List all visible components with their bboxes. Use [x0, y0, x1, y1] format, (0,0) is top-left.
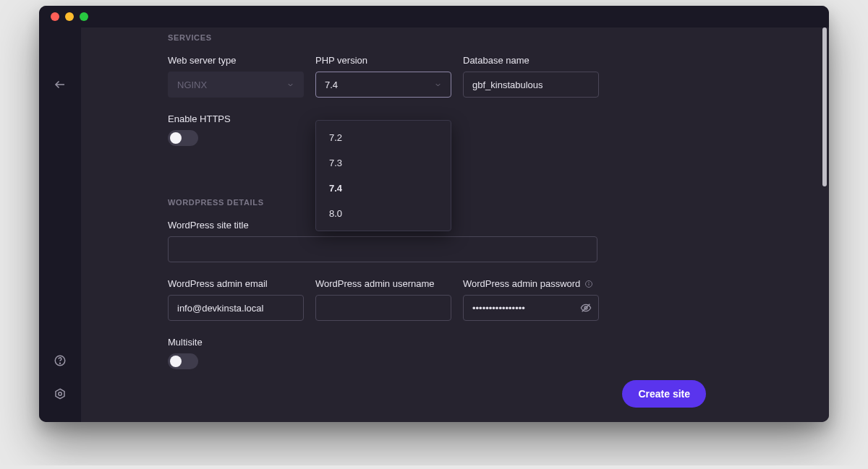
php-version-option[interactable]: 7.3 — [316, 150, 451, 176]
svg-point-2 — [60, 363, 61, 363]
php-version-option[interactable]: 8.0 — [316, 201, 451, 226]
svg-marker-3 — [56, 389, 64, 399]
multisite-toggle[interactable] — [168, 353, 198, 369]
multisite-label: Multisite — [168, 337, 794, 348]
content-shell: SERVICES Web server type NGINX PHP versi… — [81, 27, 829, 422]
chevron-down-icon — [286, 81, 294, 89]
settings-icon[interactable] — [54, 387, 67, 400]
create-site-button[interactable]: Create site — [622, 380, 706, 408]
database-name-label: Database name — [463, 55, 599, 66]
window-close-icon[interactable] — [51, 12, 59, 21]
form-scroll: SERVICES Web server type NGINX PHP versi… — [81, 27, 829, 422]
admin-password-input[interactable] — [463, 295, 599, 321]
main-area: SERVICES Web server type NGINX PHP versi… — [39, 27, 829, 422]
admin-password-field: WordPress admin password — [463, 278, 599, 321]
web-server-type-select[interactable]: NGINX — [168, 72, 304, 98]
admin-username-input[interactable] — [315, 295, 451, 321]
toggle-knob — [170, 132, 182, 144]
window-minimize-icon[interactable] — [65, 12, 74, 21]
php-version-option[interactable]: 7.2 — [316, 125, 451, 150]
multisite-field: Multisite — [168, 337, 794, 369]
chevron-down-icon — [434, 81, 442, 89]
database-name-field: Database name — [463, 55, 599, 98]
web-server-type-field: Web server type NGINX — [168, 55, 304, 98]
eye-off-icon[interactable] — [580, 302, 592, 314]
admin-email-field: WordPress admin email — [168, 278, 304, 321]
enable-https-toggle[interactable] — [168, 130, 198, 146]
app-window: SERVICES Web server type NGINX PHP versi… — [39, 6, 829, 422]
help-icon[interactable] — [54, 354, 67, 367]
services-row: Web server type NGINX PHP version 7.4 — [168, 55, 794, 98]
footer-actions: Create site — [622, 380, 706, 408]
admin-email-input[interactable] — [168, 295, 304, 321]
icon-rail — [39, 27, 81, 422]
admin-password-label: WordPress admin password — [463, 278, 599, 289]
admin-username-field: WordPress admin username — [315, 278, 451, 321]
site-title-input[interactable] — [168, 236, 597, 262]
admin-email-label: WordPress admin email — [168, 278, 304, 289]
php-version-field: PHP version 7.4 — [315, 55, 451, 98]
wordpress-details-heading: WORDPRESS DETAILS — [168, 198, 794, 207]
window-zoom-icon[interactable] — [80, 12, 88, 21]
svg-point-7 — [589, 282, 590, 283]
php-version-select[interactable]: 7.4 — [315, 72, 451, 98]
php-version-option[interactable]: 7.4 — [316, 176, 451, 201]
toggle-knob — [170, 356, 182, 367]
admin-password-input-wrap — [463, 295, 599, 321]
back-arrow-icon[interactable] — [54, 78, 67, 91]
enable-https-field: Enable HTTPS — [168, 113, 794, 146]
enable-https-label: Enable HTTPS — [168, 113, 794, 124]
titlebar — [39, 6, 829, 27]
info-icon — [584, 280, 593, 288]
php-version-dropdown: 7.2 7.3 7.4 8.0 — [315, 120, 451, 231]
web-server-type-label: Web server type — [168, 55, 304, 66]
services-heading: SERVICES — [168, 33, 794, 42]
database-name-input[interactable] — [463, 72, 599, 98]
admin-username-label: WordPress admin username — [315, 278, 451, 289]
svg-point-4 — [59, 392, 62, 396]
wp-admin-row: WordPress admin email WordPress admin us… — [168, 278, 794, 321]
web-server-type-value: NGINX — [177, 79, 207, 90]
php-version-value: 7.4 — [325, 79, 338, 90]
scrollbar-thumb[interactable] — [822, 27, 827, 186]
php-version-label: PHP version — [315, 55, 451, 66]
